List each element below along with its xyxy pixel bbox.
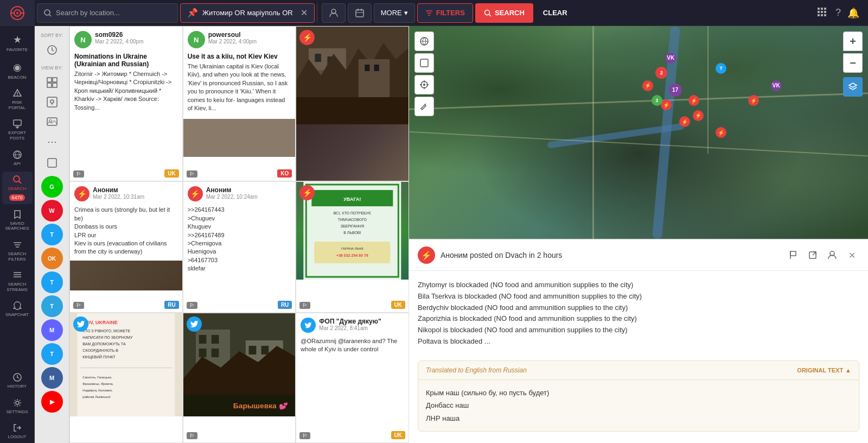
sidebar-item-beacon[interactable]: ◉ BEACON xyxy=(2,58,33,84)
map-layers-button[interactable] xyxy=(843,77,863,97)
original-text-button[interactable]: ORIGINAL TEXT ▲ xyxy=(797,367,851,374)
view-photo-button[interactable] xyxy=(38,113,66,130)
svg-text:ГАРЯЧА ЛІНІЯ: ГАРЯЧА ЛІНІЯ xyxy=(341,247,363,250)
detail-close-button[interactable]: ✕ xyxy=(844,248,859,263)
detail-open-button[interactable] xyxy=(805,248,820,263)
map-marker-cluster-3[interactable]: 3 xyxy=(652,95,662,106)
post4-platform: ⚡ xyxy=(74,186,90,201)
search-button[interactable]: SEARCH xyxy=(475,3,533,23)
map-type-icon xyxy=(419,58,429,68)
sidebar-label-favorite: FAVORITE xyxy=(7,47,28,53)
post-card-2[interactable]: N powersoul Mar 2 2022, 4:00pm Use it as… xyxy=(183,26,296,181)
map-marker-1[interactable]: ⚡ xyxy=(642,80,653,91)
map-target-button[interactable] xyxy=(414,75,434,94)
close-tag-button[interactable]: ✕ xyxy=(301,8,308,18)
map-container[interactable]: ⚡ 2 17 ⚡ ⚡ ⚡ ⚡ ⚡ VK T ⚡ VK 3 xyxy=(409,26,868,239)
more-button[interactable]: MORE ▾ xyxy=(374,3,415,23)
sidebar-item-export-posts[interactable]: EXPORT POSTS xyxy=(2,116,33,144)
post4-date: Mar 2 2022, 10:31am xyxy=(93,194,178,200)
sidebar-item-settings[interactable]: SETTINGS xyxy=(2,395,33,418)
post-card-6[interactable]: УВАГА! ВСІ, ХТО ПОТРЕБУЄ ТИМЧАСОВОГО ЗБЕ… xyxy=(296,181,409,312)
source-telegram-button[interactable]: T xyxy=(41,295,63,317)
location-search-bar[interactable]: Search by location... xyxy=(37,3,178,23)
source-gab-button[interactable]: G xyxy=(41,176,63,198)
source-weibo-button[interactable]: W xyxy=(41,200,63,221)
zoom-out-button[interactable]: − xyxy=(843,53,863,73)
grid-icon[interactable] xyxy=(817,7,829,19)
svg-rect-60 xyxy=(365,65,370,71)
post-card-7[interactable]: LVIV, UKRAINE ХТО З РІВНОГО, МОЖЕТЕ НАПИ… xyxy=(69,313,183,443)
sidebar-item-saved-searches[interactable]: SAVED SEARCHES xyxy=(2,206,33,235)
post-card-8[interactable]: Барышевка 💕 🏳 xyxy=(183,313,296,443)
post-card-1[interactable]: N som0926 Mar 2 2022, 4:00pm Nominations… xyxy=(69,26,183,181)
person-button[interactable] xyxy=(322,3,346,23)
sidebar-item-snapchat[interactable]: SNAPCHAT xyxy=(2,298,33,321)
map-square-button[interactable] xyxy=(414,53,434,73)
sidebar-label-snapchat: SNAPCHAT xyxy=(5,312,29,318)
checkbox-icon xyxy=(47,157,58,168)
map-edit-button[interactable] xyxy=(414,97,434,116)
source-youtube-button[interactable]: ▶ xyxy=(41,391,63,413)
sidebar-item-search-filters[interactable]: SEARCH FILTERS xyxy=(2,237,33,265)
svg-rect-45 xyxy=(53,78,57,82)
svg-rect-90 xyxy=(199,349,206,357)
view-more-button[interactable]: ⋯ xyxy=(38,132,66,151)
clear-button[interactable]: CLEAR xyxy=(535,3,575,23)
map-marker-cluster-1[interactable]: 2 xyxy=(655,67,667,79)
map-marker-vk2[interactable]: VK xyxy=(771,80,782,91)
detail-platform-icon: ⚡ xyxy=(418,246,435,264)
select-all-checkbox[interactable] xyxy=(47,157,58,170)
detail-user-icon xyxy=(827,250,837,260)
svg-rect-81 xyxy=(80,368,172,368)
source-mastodon-button[interactable]: M xyxy=(41,319,63,341)
sidebar-label-filters: SEARCH FILTERS xyxy=(4,251,30,262)
map-marker-vk[interactable]: VK xyxy=(665,53,676,64)
map-globe-button[interactable] xyxy=(414,31,434,51)
settings-icon xyxy=(12,398,22,408)
tag-icon: 📌 xyxy=(187,8,198,18)
sidebar-item-search-streams[interactable]: SEARCH STREAMS xyxy=(2,267,33,295)
edit-map-icon xyxy=(419,102,429,111)
sidebar-label-search: SEARCH xyxy=(8,186,26,192)
post-card-4[interactable]: ⚡ Аноним Mar 2 2022, 10:31am Crimea is o… xyxy=(69,181,183,312)
detail-user-button[interactable] xyxy=(825,248,840,263)
map-marker-3[interactable]: ⚡ xyxy=(688,95,699,106)
svg-line-107 xyxy=(425,104,426,105)
source-twitter3-button[interactable]: T xyxy=(41,343,63,365)
map-marker-cluster-2[interactable]: 17 xyxy=(669,84,682,97)
sidebar-item-logout[interactable]: LOGOUT xyxy=(2,420,33,443)
sidebar-item-risk-portal[interactable]: RISK PORTAL xyxy=(2,85,33,113)
map-marker-6[interactable]: ⚡ xyxy=(716,127,726,138)
svg-line-16 xyxy=(489,14,491,16)
sidebar-item-history[interactable]: HISTORY xyxy=(2,369,33,393)
search-tag[interactable]: 📌 Житомир OR маріуполь OR ✕ xyxy=(180,3,315,23)
source-twitter1-button[interactable]: T xyxy=(41,224,63,245)
sidebar-item-favorite[interactable]: ★ FAVORITE xyxy=(2,30,33,56)
post-card-5[interactable]: ⚡ Аноним Mar 2 2022, 10:24am >>264167443… xyxy=(183,181,296,312)
source-twitter2-button[interactable]: T xyxy=(41,271,63,293)
source-ok-button[interactable]: OK xyxy=(41,248,63,269)
map-marker-tw1[interactable]: T xyxy=(716,63,726,74)
map-marker-dvach1[interactable]: ⚡ xyxy=(748,95,759,106)
translation-line-3: ЛНР наша xyxy=(426,412,851,425)
sidebar-item-api[interactable]: API xyxy=(2,147,33,170)
source-mewe-button[interactable]: M xyxy=(41,367,63,389)
notifications-icon[interactable]: 🔔 xyxy=(847,7,859,19)
post-card-3[interactable]: ⚡ xyxy=(296,26,409,181)
map-marker-5[interactable]: ⚡ xyxy=(679,116,690,127)
view-grid-button[interactable] xyxy=(38,74,66,91)
map-marker-4[interactable]: ⚡ xyxy=(693,110,704,121)
calendar-button[interactable] xyxy=(348,3,372,23)
filters-button[interactable]: FILTERS xyxy=(417,3,473,23)
zoom-in-button[interactable]: + xyxy=(843,31,863,51)
sidebar-item-search[interactable]: SEARCH 6470 xyxy=(2,172,33,204)
sort-time-button[interactable] xyxy=(38,41,66,59)
streams-icon xyxy=(12,270,22,280)
photo-view-icon xyxy=(47,116,58,127)
svg-point-32 xyxy=(14,176,20,182)
post5-username: Аноним xyxy=(206,186,291,194)
detail-flag-button[interactable] xyxy=(786,248,801,263)
help-icon[interactable]: ? xyxy=(835,7,841,18)
view-map-button[interactable] xyxy=(38,93,66,111)
post-card-9[interactable]: ФОП "Дуже дякую" Mar 2 2022, 8:41am @ORa… xyxy=(296,313,409,443)
